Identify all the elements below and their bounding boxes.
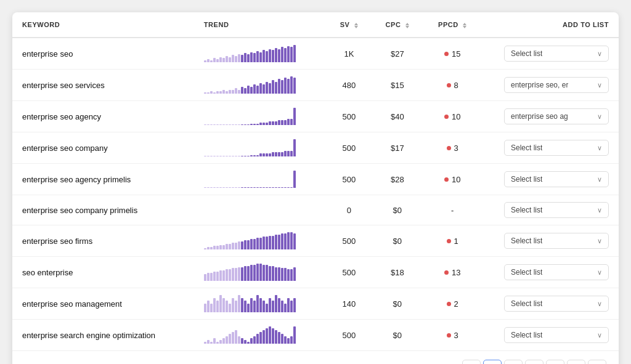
select-list-label: Select list <box>511 268 542 277</box>
ppcd-value: 10 <box>452 175 460 184</box>
ppcd-cell: 1 <box>423 225 482 257</box>
chevron-down-icon: ∨ <box>597 206 602 214</box>
sv-cell: 500 <box>327 257 372 288</box>
select-list-dropdown[interactable]: enterprise seo ag∨ <box>504 108 609 124</box>
select-list-label: Select list <box>511 331 542 339</box>
ppcd-value: 13 <box>452 268 460 277</box>
select-list-dropdown[interactable]: Select list∨ <box>504 202 609 218</box>
ppcd-value: 8 <box>454 81 458 90</box>
sv-cell: 1K <box>327 38 372 70</box>
table-wrapper: KEYWORD TREND SV CPC <box>12 12 619 350</box>
ppcd-dot <box>447 302 451 306</box>
keyword-cell: enterprise seo company primelis <box>12 195 194 225</box>
addtolist-cell: Select list∨ <box>482 132 619 164</box>
ppcd-dot <box>444 177 449 182</box>
ppcd-dot <box>444 52 449 56</box>
table-row: enterprise seo management140$02Select li… <box>12 288 619 320</box>
chevron-down-icon: ∨ <box>597 237 602 245</box>
trend-cell <box>194 164 327 195</box>
keyword-cell: enterprise seo services <box>12 70 194 101</box>
ppcd-cell: - <box>423 195 482 225</box>
trend-cell <box>194 195 327 225</box>
keyword-cell: enterprise seo management <box>12 288 194 320</box>
trend-cell <box>194 288 327 320</box>
chevron-down-icon: ∨ <box>597 144 602 152</box>
ppcd-cell: 2 <box>423 288 482 320</box>
trend-cell <box>194 320 327 351</box>
ppcd-dot <box>444 115 449 119</box>
col-sv: SV <box>327 12 372 38</box>
ppcd-cell: 3 <box>423 132 482 164</box>
select-list-label: Select list <box>511 144 542 152</box>
ppcd-value: 3 <box>454 331 458 340</box>
col-cpc: CPC <box>372 12 423 38</box>
col-ppcd: PPCD <box>423 12 482 38</box>
keyword-cell: enterprise seo <box>12 38 194 70</box>
table-row: enterprise seo company primelis0$0-Selec… <box>12 195 619 225</box>
cpc-sort-icon[interactable] <box>405 23 409 28</box>
addtolist-cell: Select list∨ <box>482 195 619 225</box>
select-list-dropdown[interactable]: Select list∨ <box>504 140 609 156</box>
sv-sort-icon[interactable] <box>354 23 358 28</box>
select-list-dropdown[interactable]: Select list∨ <box>504 296 609 312</box>
addtolist-cell: enterprise seo, er∨ <box>482 70 619 101</box>
chevron-down-icon: ∨ <box>597 176 602 184</box>
ppcd-cell: 3 <box>423 320 482 351</box>
table-body: enterprise seo1K$2715Select list∨enterpr… <box>12 38 619 350</box>
prev-page-button[interactable]: ‹ <box>462 360 481 364</box>
col-trend: TREND <box>194 12 327 38</box>
select-list-dropdown[interactable]: enterprise seo, er∨ <box>504 77 609 93</box>
addtolist-cell: Select list∨ <box>482 320 619 351</box>
select-list-dropdown[interactable]: Select list∨ <box>504 233 609 249</box>
ppcd-value: 10 <box>452 112 460 121</box>
select-list-dropdown[interactable]: Select list∨ <box>504 171 609 187</box>
cpc-cell: $0 <box>372 225 423 257</box>
ppcd-value: 3 <box>454 144 458 153</box>
trend-cell <box>194 257 327 288</box>
select-list-label: Select list <box>511 175 542 184</box>
page-1-button[interactable]: 1 <box>483 360 502 364</box>
keyword-table: KEYWORD TREND SV CPC <box>12 12 619 350</box>
keyword-cell: enterprise search engine optimization <box>12 320 194 351</box>
ppcd-dot <box>447 83 451 87</box>
select-list-label: Select list <box>511 49 542 58</box>
select-list-dropdown[interactable]: Select list∨ <box>504 46 609 62</box>
select-list-label: enterprise seo, er <box>511 81 568 89</box>
cpc-cell: $0 <box>372 320 423 351</box>
trend-cell <box>194 225 327 257</box>
page-2-button[interactable]: 2 <box>504 360 523 364</box>
ppcd-value: 1 <box>454 237 458 246</box>
select-list-label: enterprise seo ag <box>511 112 568 121</box>
table-row: enterprise seo services480$158enterprise… <box>12 70 619 101</box>
table-row: enterprise seo agency500$4010enterprise … <box>12 101 619 132</box>
chevron-down-icon: ∨ <box>597 81 602 89</box>
next-page-button[interactable]: › <box>588 360 606 364</box>
table-row: enterprise search engine optimization500… <box>12 320 619 351</box>
ppcd-cell: 8 <box>423 70 482 101</box>
chevron-down-icon: ∨ <box>597 331 602 339</box>
table-row: enterprise seo firms500$01Select list∨ <box>12 225 619 257</box>
addtolist-cell: Select list∨ <box>482 257 619 288</box>
cpc-cell: $27 <box>372 38 423 70</box>
addtolist-cell: Select list∨ <box>482 38 619 70</box>
ppcd-sort-icon[interactable] <box>463 23 466 28</box>
chevron-down-icon: ∨ <box>597 269 602 277</box>
keyword-cell: enterprise seo agency primelis <box>12 164 194 195</box>
keyword-cell: enterprise seo company <box>12 132 194 164</box>
page-5-button[interactable]: 5 <box>567 360 585 364</box>
ppcd-dot <box>447 333 451 338</box>
page-4-button[interactable]: 4 <box>546 360 564 364</box>
ppcd-dot <box>444 270 449 275</box>
ppcd-value: 2 <box>454 299 458 309</box>
select-list-dropdown[interactable]: Select list∨ <box>504 327 609 343</box>
page-3-button[interactable]: 3 <box>525 360 543 364</box>
col-addtolist: ADD TO LIST <box>482 12 619 38</box>
pagination: ‹ 1 2 3 4 5 › <box>12 350 619 364</box>
cpc-cell: $0 <box>372 195 423 225</box>
ppcd-value: - <box>451 206 454 215</box>
select-list-dropdown[interactable]: Select list∨ <box>504 264 609 280</box>
sv-cell: 140 <box>327 288 372 320</box>
table-row: enterprise seo company500$173Select list… <box>12 132 619 164</box>
col-keyword: KEYWORD <box>12 12 194 38</box>
trend-cell <box>194 38 327 70</box>
